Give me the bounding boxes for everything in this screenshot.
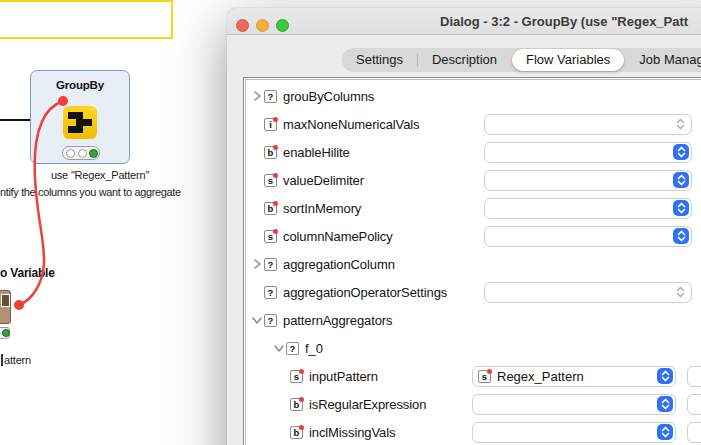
connection-startpoint-icon[interactable] bbox=[14, 300, 24, 310]
expander-placeholder bbox=[250, 173, 264, 187]
close-window-icon[interactable] bbox=[236, 19, 249, 32]
annotation-text: ntify the columns you want to aggregate bbox=[0, 186, 181, 198]
variable-select-dropdown[interactable] bbox=[484, 226, 692, 247]
tree-row[interactable]: bsortInMemory bbox=[246, 194, 701, 222]
s-type-icon: s bbox=[264, 230, 277, 243]
expander-placeholder bbox=[250, 117, 264, 131]
tree-row[interactable]: scolumnNamePolicy bbox=[246, 222, 701, 250]
unknown-type-icon: ? bbox=[264, 286, 277, 299]
groupby-glyph-top bbox=[68, 112, 77, 119]
expander-placeholder bbox=[250, 229, 264, 243]
variable-select-dropdown[interactable] bbox=[484, 198, 692, 219]
s-type-icon: s bbox=[290, 370, 303, 383]
dropdown-arrows-icon[interactable] bbox=[657, 368, 673, 384]
variable-select-dropdown[interactable] bbox=[484, 170, 692, 191]
groupby-dialog-window: Dialog - 3:2 - GroupBy (use "Regex_Patt … bbox=[227, 8, 701, 445]
tree-row[interactable]: bisRegularExpression bbox=[246, 390, 701, 418]
tab-description[interactable]: Description bbox=[418, 48, 511, 72]
b-type-icon: b bbox=[264, 202, 277, 215]
connection-endpoint-icon[interactable] bbox=[58, 96, 68, 106]
tree-row[interactable]: ?f_0 bbox=[246, 334, 701, 362]
overridden-dot-icon bbox=[273, 201, 278, 206]
dropdown-arrows-icon[interactable] bbox=[673, 172, 689, 188]
expand-icon[interactable] bbox=[250, 257, 264, 271]
dialog-title: Dialog - 3:2 - GroupBy (use "Regex_Patt bbox=[440, 8, 688, 36]
expander-placeholder bbox=[250, 285, 264, 299]
traffic-red-icon bbox=[66, 149, 75, 158]
s-type-icon: s bbox=[264, 174, 277, 187]
groupby-node-label: use "Regex_Pattern" bbox=[20, 169, 180, 181]
dropdown-arrows-icon[interactable] bbox=[673, 228, 689, 244]
tree-row[interactable]: benableHilite bbox=[246, 138, 701, 166]
overridden-dot-icon bbox=[273, 173, 278, 178]
variable-select-dropdown[interactable]: sRegex_Pattern bbox=[472, 366, 676, 387]
tree-row[interactable]: sinputPatternsRegex_Pattern bbox=[246, 362, 701, 390]
export-variable-name-field[interactable] bbox=[687, 366, 701, 387]
tree-row[interactable]: ?grouByColumns bbox=[246, 82, 701, 110]
zoom-window-icon[interactable] bbox=[276, 19, 289, 32]
tab-flow-variables[interactable]: Flow Variables bbox=[512, 49, 624, 71]
variable-node-icon bbox=[1, 294, 10, 307]
groupby-glyph-right bbox=[82, 119, 92, 126]
unknown-type-icon: ? bbox=[264, 314, 277, 327]
groupby-node-title: GroupBy bbox=[20, 79, 140, 91]
row-label: maxNoneNumericalVals bbox=[283, 117, 419, 132]
tree-row[interactable]: svalueDelimiter bbox=[246, 166, 701, 194]
groupby-glyph-bottom bbox=[68, 126, 77, 133]
row-label: grouByColumns bbox=[283, 89, 374, 104]
minimize-window-icon[interactable] bbox=[256, 19, 269, 32]
unknown-type-icon: ? bbox=[264, 90, 277, 103]
unknown-type-icon: ? bbox=[264, 258, 277, 271]
row-label: enableHilite bbox=[283, 145, 350, 160]
traffic-green-icon bbox=[2, 329, 10, 337]
spinner-arrows-icon[interactable] bbox=[676, 286, 685, 298]
tree-row[interactable]: binclMissingVals bbox=[246, 418, 701, 445]
row-label: patternAggregators bbox=[283, 313, 393, 328]
dropdown-arrows-icon[interactable] bbox=[673, 144, 689, 160]
overridden-dot-icon bbox=[299, 425, 304, 430]
expand-icon[interactable] bbox=[250, 89, 264, 103]
workflow-annotation-box[interactable] bbox=[0, 0, 173, 39]
variable-select-dropdown[interactable] bbox=[472, 422, 676, 443]
row-label: inputPattern bbox=[309, 369, 378, 384]
overridden-dot-icon bbox=[299, 397, 304, 402]
tab-job-manager[interactable]: Job Manage bbox=[625, 48, 701, 72]
variable-node[interactable] bbox=[0, 290, 11, 324]
collapse-icon[interactable] bbox=[250, 313, 264, 327]
tree-row[interactable]: ?aggregationColumn bbox=[246, 250, 701, 278]
groupby-node-icon[interactable] bbox=[63, 106, 97, 139]
b-type-icon: b bbox=[290, 398, 303, 411]
spinner-arrows-icon[interactable] bbox=[676, 118, 685, 130]
overridden-dot-icon bbox=[273, 117, 278, 122]
tab-settings[interactable]: Settings bbox=[342, 48, 417, 72]
tree-row[interactable]: ?patternAggregators bbox=[246, 306, 701, 334]
variable-spinner-field[interactable] bbox=[484, 282, 692, 303]
expander-placeholder bbox=[250, 201, 264, 215]
selected-variable-type-icon: s bbox=[478, 370, 491, 383]
tree-row[interactable]: ?aggregationOperatorSettings bbox=[246, 278, 701, 306]
dropdown-arrows-icon[interactable] bbox=[657, 396, 673, 412]
unknown-type-icon: ? bbox=[286, 342, 299, 355]
row-label: valueDelimiter bbox=[283, 173, 364, 188]
i-type-icon: i bbox=[264, 118, 277, 131]
row-label: inclMissingVals bbox=[309, 425, 395, 440]
row-label: aggregationColumn bbox=[283, 257, 395, 272]
overridden-dot-icon bbox=[487, 369, 492, 374]
variable-node-title: o Variable bbox=[0, 266, 55, 280]
tree-row[interactable]: imaxNoneNumericalVals bbox=[246, 110, 701, 138]
export-variable-name-field[interactable] bbox=[687, 394, 701, 415]
variable-node-label: attern bbox=[1, 354, 31, 366]
export-variable-name-field[interactable] bbox=[687, 422, 701, 443]
variable-select-dropdown[interactable] bbox=[484, 142, 692, 163]
expander-placeholder bbox=[250, 145, 264, 159]
row-label: isRegularExpression bbox=[309, 397, 426, 412]
selected-variable-value: Regex_Pattern bbox=[497, 367, 584, 387]
dropdown-arrows-icon[interactable] bbox=[673, 200, 689, 216]
overridden-dot-icon bbox=[273, 145, 278, 150]
dialog-titlebar[interactable]: Dialog - 3:2 - GroupBy (use "Regex_Patt bbox=[227, 8, 701, 35]
collapse-icon[interactable] bbox=[272, 341, 286, 355]
variable-select-dropdown[interactable] bbox=[472, 394, 676, 415]
row-label: sortInMemory bbox=[283, 201, 361, 216]
variable-spinner-field[interactable] bbox=[484, 114, 692, 135]
dropdown-arrows-icon[interactable] bbox=[657, 424, 673, 440]
